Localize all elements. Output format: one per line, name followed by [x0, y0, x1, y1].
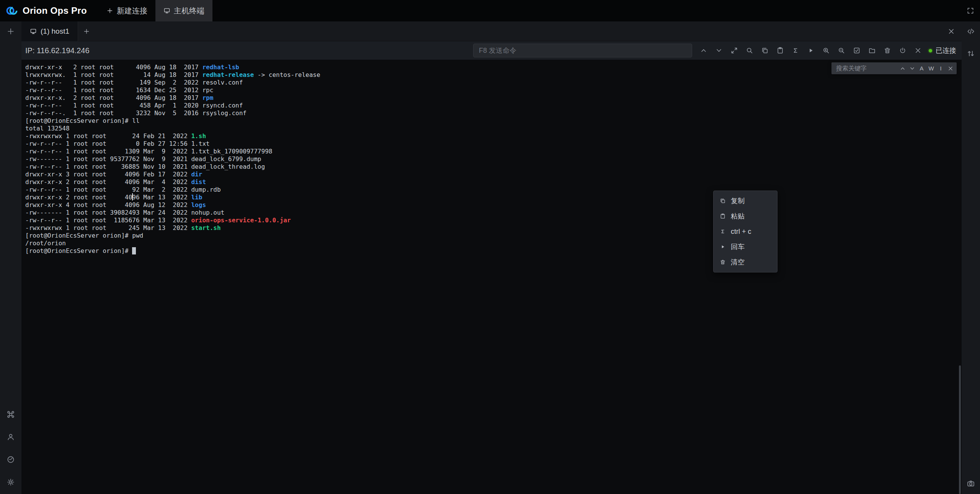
text-cursor-ibeam: [132, 193, 133, 201]
expand-button[interactable]: [727, 43, 742, 58]
right-sidebar-bottom: [963, 479, 978, 489]
monitor-icon: [163, 7, 170, 14]
connection-status: 已连接: [929, 46, 956, 55]
host-terminal-menu-item[interactable]: 主机终端: [155, 0, 212, 21]
right-sidebar-top: [963, 26, 978, 59]
chevron-down-button[interactable]: [711, 43, 727, 58]
gear-button[interactable]: [3, 477, 18, 487]
brand: Orion Ops Pro: [0, 0, 98, 21]
tabbar: (1) host1: [21, 21, 962, 41]
fullscreen-icon: [967, 7, 974, 15]
sigma-button[interactable]: [788, 43, 803, 58]
search-buttons: AWI: [898, 64, 955, 73]
search-option-i-button[interactable]: I: [936, 64, 946, 73]
brand-logo-icon: [5, 4, 18, 17]
terminal-line: -rw-r--r-- 1 root root 1634 Dec 25 2012 …: [25, 86, 962, 94]
plus-icon: [106, 7, 113, 14]
search-close-button[interactable]: [946, 64, 955, 73]
expand-icon: [730, 47, 738, 54]
topbar-spacer: [212, 0, 967, 21]
folder-icon: [868, 47, 876, 54]
terminal-line: drwxr-xr-x 2 root root 4096 Mar 4 2022 d…: [25, 178, 962, 186]
power-button[interactable]: [895, 43, 910, 58]
paste-button[interactable]: [773, 43, 788, 58]
folder-button[interactable]: [864, 43, 880, 58]
context-menu-item-trash[interactable]: 清空: [714, 254, 777, 270]
trash-icon: [884, 47, 891, 54]
terminal-line: drwxr-xr-x 2 root root 4096 Aug 18 2017 …: [25, 64, 962, 71]
checkbox-icon: [853, 47, 861, 54]
new-tab-button[interactable]: [83, 28, 90, 35]
play-icon: [720, 244, 726, 250]
play-icon: [807, 47, 815, 54]
camera-button[interactable]: [963, 479, 978, 489]
terminal[interactable]: drwxr-xr-x 2 root root 4096 Aug 18 2017 …: [21, 60, 962, 494]
left-sidebar-bottom: [3, 409, 18, 487]
search-input[interactable]: [836, 65, 898, 72]
search-option-a-button[interactable]: A: [917, 64, 926, 73]
terminal-line: [root@OrionEcsServer orion]# pwd: [25, 232, 962, 240]
chevron-up-button[interactable]: [696, 43, 711, 58]
user-button[interactable]: [3, 432, 18, 442]
new-connection-label: 新建连接: [117, 6, 147, 16]
topbar: Orion Ops Pro 新建连接 主机终端: [0, 0, 980, 21]
search-icon: [746, 47, 753, 54]
swap-vertical-button[interactable]: [963, 49, 978, 59]
terminal-toolbar: IP: 116.62.194.246 已连接: [21, 41, 962, 60]
context-menu-item-sigma[interactable]: ctrl + c: [714, 224, 777, 239]
close-icon: [914, 47, 922, 54]
right-sidebar: [962, 21, 980, 494]
search-chevron-down-button[interactable]: [907, 64, 917, 73]
command-icon: [7, 410, 15, 419]
code-button[interactable]: [963, 26, 978, 36]
context-menu-label: 回车: [731, 242, 745, 251]
ip-label: IP: 116.62.194.246: [25, 46, 90, 55]
fullscreen-button[interactable]: [967, 7, 974, 15]
checkbox-button[interactable]: [849, 43, 864, 58]
terminal-tab-host1[interactable]: (1) host1: [21, 21, 78, 41]
play-button[interactable]: [803, 43, 818, 58]
terminal-line: drwxr-xr-x 3 root root 4096 Feb 17 2022 …: [25, 171, 962, 178]
terminal-line: lrwxrwxrwx. 1 root root 14 Aug 18 2017 r…: [25, 71, 962, 79]
context-menu-label: 粘贴: [731, 212, 745, 221]
app-root: Orion Ops Pro 新建连接 主机终端: [0, 0, 980, 494]
chevron-down-icon: [909, 65, 915, 72]
search-option-w-button[interactable]: W: [926, 64, 936, 73]
close-terminal-button[interactable]: [947, 28, 955, 35]
tab-label: (1) host1: [41, 27, 69, 36]
copy-button[interactable]: [757, 43, 773, 58]
plus-button[interactable]: [3, 26, 18, 36]
terminal-line: -rw-r--r-- 1 root root 1185676 Mar 13 20…: [25, 217, 962, 224]
terminal-line: -rw-r--r-- 1 root root 458 Apr 1 2020 rs…: [25, 102, 962, 109]
zoom-in-button[interactable]: [818, 43, 834, 58]
plus-icon: [7, 27, 15, 36]
trash-button[interactable]: [880, 43, 895, 58]
context-menu-item-copy[interactable]: 复制: [714, 193, 777, 209]
toolbar-icons: [696, 43, 926, 58]
terminal-line: drwxr-xr-x. 2 root root 4096 Aug 18 2017…: [25, 94, 962, 102]
sigma-icon: [720, 228, 726, 235]
terminal-context-menu: 复制粘贴ctrl + c回车清空: [713, 191, 777, 272]
gauge-button[interactable]: [3, 455, 18, 465]
plus-icon: [83, 28, 90, 35]
trash-icon: [720, 259, 726, 265]
new-connection-menu-item[interactable]: 新建连接: [98, 0, 155, 21]
command-input[interactable]: [473, 44, 692, 57]
chevron-up-icon: [900, 65, 906, 72]
close-button[interactable]: [910, 43, 926, 58]
chevron-up-icon: [700, 47, 707, 54]
zoom-out-button[interactable]: [834, 43, 849, 58]
command-button[interactable]: [3, 409, 18, 419]
paste-icon: [776, 47, 784, 54]
terminal-line: -rw------- 1 root root 95377762 Nov 9 20…: [25, 155, 962, 163]
context-menu-item-paste[interactable]: 粘贴: [714, 209, 777, 224]
host-terminal-label: 主机终端: [174, 6, 204, 16]
context-menu-item-play[interactable]: 回车: [714, 239, 777, 254]
center-column: (1) host1 IP: 116.62.194.246 已连接: [21, 21, 962, 494]
search-button[interactable]: [742, 43, 757, 58]
terminal-scrollbar-thumb[interactable]: [959, 365, 961, 494]
monitor-icon: [30, 28, 37, 35]
code-icon: [967, 27, 975, 36]
main: (1) host1 IP: 116.62.194.246 已连接: [0, 21, 980, 494]
search-chevron-up-button[interactable]: [898, 64, 907, 73]
